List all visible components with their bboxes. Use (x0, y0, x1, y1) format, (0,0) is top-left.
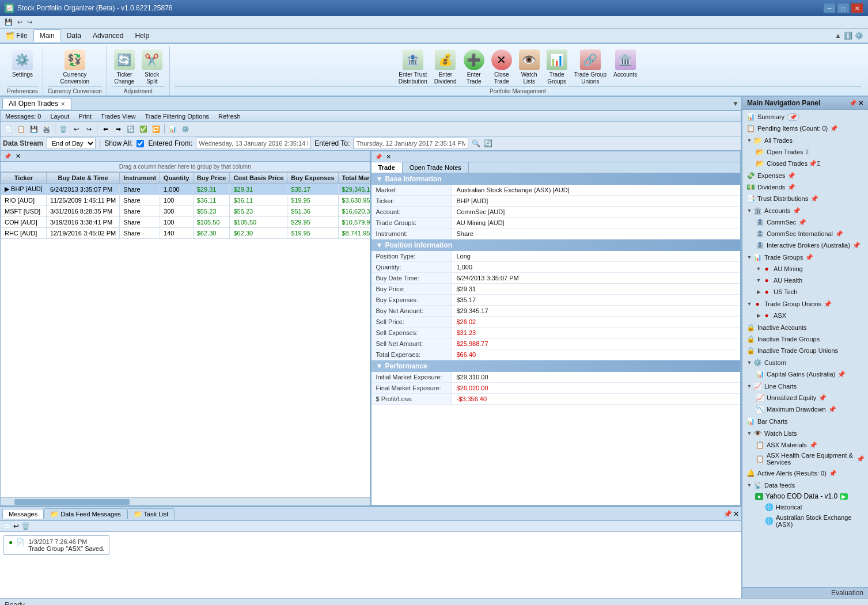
performance-collapse[interactable]: ▼ (376, 362, 383, 370)
nav-active-alerts[interactable]: 🔔 Active Alerts (Results: 0) 📌 (744, 467, 867, 479)
toolbar-icon-11[interactable]: ✅ (138, 123, 149, 135)
refresh-filter-icon[interactable]: 🔄 (484, 139, 492, 147)
nav-trust-distributions[interactable]: 📑 Trust Distributions 📌 (744, 193, 867, 204)
ribbon-settings[interactable]: ⚙️ Settings (10, 48, 35, 79)
nav-inactive-tgu[interactable]: 🔒 Inactive Trade Group Unions (744, 345, 867, 356)
menu-help[interactable]: Help (129, 30, 155, 41)
nav-capital-gains[interactable]: 📊 Capital Gains (Australia) 📌 (753, 368, 867, 380)
ribbon-stock-split[interactable]: ✂️ StockSplit (139, 48, 165, 86)
nav-accounts[interactable]: ▼ 🏛️ Accounts 📌 (744, 205, 867, 216)
accounts-pin[interactable]: 📌 (793, 207, 801, 215)
nav-pending-items[interactable]: 📋 Pending Items (Count: 0) 📌 (744, 123, 867, 134)
data-feeds-toggle[interactable]: ▼ (746, 482, 753, 489)
nav-max-drawdown[interactable]: 📉 Maximum Drawdown 📌 (753, 404, 867, 415)
col-buy-expenses[interactable]: Buy Expenses (287, 173, 338, 184)
nav-expenses[interactable]: 💸 Expenses 📌 (744, 170, 867, 181)
ribbon-currency-conversion[interactable]: 💱 CurrencyConversion (58, 48, 92, 86)
trades-table[interactable]: Ticker Buy Date & Time Instrument Quanti… (1, 172, 370, 497)
col-buy-price[interactable]: Buy Price (193, 173, 230, 184)
nav-panel-close[interactable]: ✕ (858, 100, 863, 107)
print-btn[interactable]: Print (76, 112, 94, 120)
active-alerts-pin[interactable]: 📌 (829, 470, 837, 477)
ribbon-enter-trust[interactable]: 🏦 Enter TrustDistribution (396, 48, 430, 86)
nav-trade-group-unions[interactable]: ▼ ● Trade Group Unions 📌 (744, 298, 867, 310)
custom-toggle[interactable]: ▼ (746, 359, 753, 366)
nav-historical[interactable]: 🌐 Historical (753, 501, 867, 513)
asx-union-toggle[interactable]: ▶ (755, 312, 762, 319)
asx-materials-pin[interactable]: 📌 (809, 442, 817, 449)
menu-data[interactable]: Data (61, 30, 87, 41)
minimize-button[interactable]: ─ (823, 3, 836, 13)
nav-trade-groups[interactable]: ▼ 📊 Trade Groups 📌 (744, 252, 867, 263)
all-trades-toggle[interactable]: ▼ (746, 137, 753, 144)
nav-inactive-accounts[interactable]: 🔒 Inactive Accounts (744, 322, 867, 333)
trust-pin[interactable]: 📌 (810, 195, 818, 203)
ribbon-enter-dividend[interactable]: 💰 EnterDividend (432, 48, 459, 86)
ribbon-close-trade[interactable]: ✕ CloseTrade (489, 48, 514, 86)
ribbon-accounts[interactable]: 🏛️ Accounts (611, 48, 639, 79)
col-quantity[interactable]: Quantity (160, 173, 194, 184)
dividends-pin[interactable]: 📌 (787, 184, 795, 191)
pending-pin[interactable]: 📌 (830, 125, 838, 132)
nav-au-health[interactable]: ▼ ● AU Health (753, 275, 867, 286)
asx-healthcare-pin[interactable]: 📌 (856, 455, 865, 463)
commsec-pin[interactable]: 📌 (798, 219, 806, 226)
msg-delete-icon[interactable]: 🗑️ (21, 522, 30, 530)
nav-bar-charts[interactable]: 📊 Bar Charts (744, 416, 867, 427)
toolbar-icon-6[interactable]: ↩ (70, 123, 82, 135)
table-row[interactable]: MSFT [USD]3/31/2016 8:28:35 PMShare300$5… (1, 206, 370, 217)
nav-custom[interactable]: ▼ ⚙️ Custom (744, 357, 867, 368)
ribbon-enter-trade[interactable]: ➕ EnterTrade (461, 48, 487, 86)
messages-btn[interactable]: Messages: 0 (3, 112, 43, 120)
menu-file[interactable]: 🗂️ File (0, 30, 33, 41)
tab-close-btn[interactable]: ✕ (60, 101, 65, 107)
nav-interactive-brokers[interactable]: 🏦 Interactive Brokers (Australia) 📌 (753, 239, 867, 251)
trades-view-btn[interactable]: Trades View (98, 112, 138, 120)
closed-trades-sigma[interactable]: Σ (817, 160, 821, 167)
table-row[interactable]: COH [AUD]3/19/2016 3:38:41 PMShare100$10… (1, 217, 370, 228)
nav-au-mining[interactable]: ▼ ● AU Mining (753, 263, 867, 275)
toolbar-icon-3[interactable]: 💾 (28, 123, 40, 135)
col-total-margin[interactable]: Total Margin (338, 173, 370, 184)
close-button[interactable]: ✕ (851, 3, 863, 13)
au-mining-toggle[interactable]: ▼ (755, 265, 762, 272)
bottom-panel-pin[interactable]: 📌 (723, 510, 732, 518)
col-buy-datetime[interactable]: Buy Date & Time (46, 173, 119, 184)
data-feed-messages-tab[interactable]: 📁 Data Feed Messages (44, 508, 127, 519)
toolbar-icon-10[interactable]: 🔃 (125, 123, 137, 135)
toolbar-icon-4[interactable]: 🖨️ (41, 123, 52, 135)
toolbar-icon-13[interactable]: 📊 (167, 123, 179, 135)
open-trades-sigma[interactable]: Σ (806, 149, 810, 155)
msg-reply-icon[interactable]: ↩ (13, 522, 19, 530)
detail-close-icon[interactable]: ✕ (384, 152, 393, 161)
capital-gains-pin[interactable]: 📌 (837, 371, 846, 378)
toolbar-icon-8[interactable]: ⬅ (100, 123, 111, 135)
toolbar-icon-9[interactable]: ➡ (112, 123, 124, 135)
undo-quick-btn[interactable]: ↩ (15, 17, 25, 28)
toolbar-icon-7[interactable]: ↪ (83, 123, 94, 135)
nav-asx-feed[interactable]: 🌐 Australian Stock Exchange (ASX) (753, 513, 867, 529)
col-ticker[interactable]: Ticker (1, 173, 47, 184)
filtering-btn[interactable]: Trade Filtering Options (143, 112, 211, 120)
data-stream-select[interactable]: End of Day (47, 138, 96, 149)
col-cost-basis[interactable]: Cost Basis Price (230, 173, 287, 184)
summary-pin[interactable]: 📌 (787, 113, 799, 121)
base-info-collapse[interactable]: ▼ (376, 175, 383, 183)
nav-up-icon[interactable]: ▲ (835, 32, 842, 40)
accounts-toggle[interactable]: ▼ (746, 207, 753, 214)
trade-groups-pin[interactable]: 📌 (805, 254, 813, 261)
save-quick-btn[interactable]: 💾 (2, 17, 15, 28)
nav-data-feeds[interactable]: ▼ 📡 Data feeds (744, 480, 867, 491)
filter-icon[interactable]: 🔍 (472, 139, 480, 147)
redo-quick-btn[interactable]: ↪ (25, 17, 35, 28)
toolbar-icon-1[interactable]: 📄 (3, 123, 14, 135)
nav-open-trades[interactable]: 📂 Open Trades Σ (753, 146, 867, 158)
tgu-toggle[interactable]: ▼ (746, 300, 753, 307)
trade-groups-toggle[interactable]: ▼ (746, 254, 753, 261)
closed-trades-pin[interactable]: 📌 (809, 160, 817, 168)
nav-commsec-intl[interactable]: 🏦 CommSec International 📌 (753, 228, 867, 239)
yahoo-eod-badge[interactable]: ▶ (840, 493, 848, 500)
table-row[interactable]: ▶ BHP [AUD]6/24/2013 3:35:07 PMShare1,00… (1, 184, 370, 195)
nav-settings-icon[interactable]: ⚙️ (855, 32, 863, 40)
nav-closed-trades[interactable]: 📂 Closed Trades 📌 Σ (753, 158, 867, 169)
